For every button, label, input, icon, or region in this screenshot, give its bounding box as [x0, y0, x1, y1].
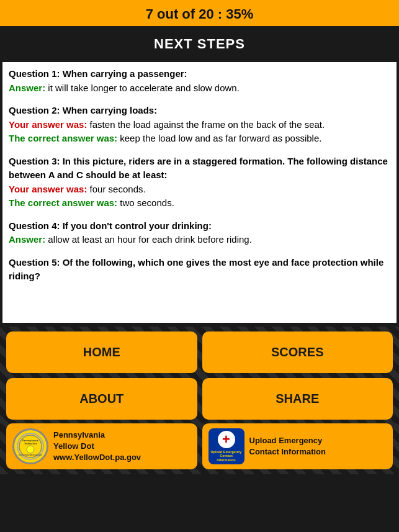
q1-answer-label: Answer: [9, 83, 45, 93]
q1-answer-text: it will take longer to accelerate and sl… [48, 83, 240, 93]
svg-point-3 [27, 446, 34, 453]
top-bar: 7 out of 20 : 35% [0, 0, 399, 26]
q3-correct-text: two seconds. [120, 197, 174, 208]
q2-your-answer-label: Your answer was: [9, 119, 87, 130]
q3-your-answer-label: Your answer was: [9, 184, 87, 194]
yellow-dot-logo: Pennsylvania Yellow Dot www.YellowDot.pa… [12, 428, 48, 464]
question-1: Question 1: When carrying a passenger: A… [9, 67, 390, 95]
q4-text: Question 4: If you don't control your dr… [9, 220, 212, 231]
next-steps-banner: NEXT STEPS [6, 30, 393, 58]
question-3: Question 3: In this picture, riders are … [9, 155, 390, 210]
home-button[interactable]: HOME [6, 331, 197, 373]
about-button[interactable]: ABOUT [6, 378, 197, 420]
q5-text: Question 5: Of the following, which one … [9, 257, 383, 282]
upload-card[interactable]: Upload EmergencyContactInformation Uploa… [202, 423, 393, 469]
q2-correct-text: keep the load low and as far forward as … [120, 133, 321, 143]
bottom-section: HOME SCORES ABOUT SHARE [0, 327, 399, 423]
q4-answer-label: Answer: [9, 234, 45, 245]
scores-button[interactable]: SCORES [202, 331, 393, 373]
yellow-dot-card[interactable]: Pennsylvania Yellow Dot www.YellowDot.pa… [6, 423, 197, 469]
next-steps-title: NEXT STEPS [154, 36, 245, 52]
q4-answer-text: allow at least an hour for each drink be… [48, 234, 252, 245]
content-area[interactable]: Question 1: When carrying a passenger: A… [2, 62, 397, 323]
q3-text: Question 3: In this picture, riders are … [9, 156, 388, 181]
q2-correct-label: The correct answer was: [9, 133, 117, 143]
q3-correct-label: The correct answer was: [9, 197, 117, 208]
yellow-dot-url: www.YellowDot.pa.gov [53, 453, 141, 462]
yellow-dot-inner: Pennsylvania Yellow Dot www.YellowDot.pa… [17, 433, 44, 460]
q3-your-answer-text: four seconds. [90, 184, 146, 194]
question-4: Question 4: If you don't control your dr… [9, 219, 390, 247]
footer-row: Pennsylvania Yellow Dot www.YellowDot.pa… [0, 423, 399, 474]
svg-text:www.YellowDot.pa.gov: www.YellowDot.pa.gov [19, 454, 42, 456]
q1-text: Question 1: When carrying a passenger: [9, 68, 187, 79]
progress-text: 7 out of 20 : 35% [146, 6, 254, 22]
question-5: Question 5: Of the following, which one … [9, 256, 390, 284]
q2-text: Question 2: When carrying loads: [9, 105, 157, 115]
share-button[interactable]: SHARE [202, 378, 393, 420]
question-2: Question 2: When carrying loads: Your an… [9, 104, 390, 146]
yellow-dot-name: PennsylvaniaYellow Dot [53, 430, 105, 451]
upload-badge: Upload EmergencyContactInformation [208, 428, 244, 464]
upload-text: Upload EmergencyContact Information [249, 435, 326, 458]
upload-label: Upload EmergencyContact Information [249, 436, 326, 456]
upload-badge-label: Upload EmergencyContactInformation [211, 450, 242, 462]
cross-icon [218, 431, 235, 448]
q2-your-answer-text: fasten the load against the frame on the… [90, 119, 325, 130]
svg-text:Yellow Dot: Yellow Dot [24, 442, 37, 445]
yellow-dot-text: PennsylvaniaYellow Dot www.YellowDot.pa.… [53, 430, 141, 464]
